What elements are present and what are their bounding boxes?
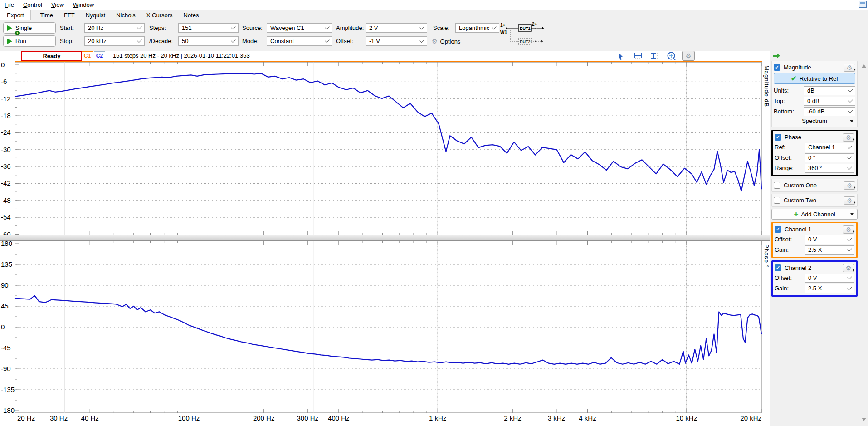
chevron-down-icon (137, 38, 142, 43)
offset-value: -1 V (369, 38, 380, 44)
zoom-icon[interactable] (666, 51, 676, 60)
custom-two-gear-button[interactable]: ⚙ (844, 196, 855, 205)
scale-select[interactable]: Logarithmic (455, 23, 499, 33)
top-label: Top: (774, 98, 804, 104)
steps-select[interactable]: 151 (178, 23, 239, 33)
range-label: Range: (775, 165, 805, 171)
caret-down-icon (850, 213, 854, 215)
channel2-offset-label: Offset: (775, 274, 805, 281)
amplitude-label: Amplitude: (336, 24, 364, 31)
toolbar-export[interactable]: Export (0, 10, 31, 20)
units-select[interactable]: dB (804, 86, 855, 95)
toolbar-nyquist[interactable]: Nyquist (80, 10, 111, 20)
top-value: 0 dB (807, 98, 819, 104)
bode-plot[interactable]: 0-6-12-18-24-30-36-42-48-54-601801359045… (0, 62, 770, 426)
mode-select[interactable]: Constant (267, 36, 332, 46)
collapse-panel-arrow-icon[interactable] (772, 52, 868, 60)
relative-to-ref-button[interactable]: ✔ Relative to Ref (774, 73, 855, 84)
x-axis-label: 4 kHz (579, 414, 596, 422)
channel2-group-title: Channel 2 (785, 264, 839, 271)
spectrum-expander[interactable]: Spectrum (774, 117, 855, 125)
channel2-gain-select[interactable]: 2.5 X (805, 284, 854, 293)
toolbar-nichols[interactable]: Nichols (111, 10, 141, 20)
x-axis-label: 10 kHz (676, 414, 697, 422)
channel2-gear-button[interactable]: ⚙ (843, 264, 854, 272)
plot-settings-button[interactable]: ⚙ (682, 51, 695, 61)
toolbar-notes[interactable]: Notes (178, 10, 205, 20)
ref-select[interactable]: Channel 1 (805, 143, 854, 152)
menu-window[interactable]: Window (68, 0, 98, 9)
chevron-down-icon (847, 165, 852, 170)
options-dropdown[interactable]: ⚙ Options (432, 36, 500, 46)
toolbar-fft[interactable]: FFT (59, 10, 80, 20)
custom-one-checkbox[interactable] (774, 182, 780, 189)
channel1-tab[interactable]: C1 (82, 51, 93, 59)
bottom-select[interactable]: -60 dB (804, 107, 855, 116)
custom-two-checkbox[interactable] (774, 197, 780, 204)
status-bar: Ready C1 C2 151 steps 20 Hz - 20 kHz | 2… (0, 51, 770, 61)
top-select[interactable]: 0 dB (804, 97, 855, 106)
vertical-cursors-icon[interactable] (649, 51, 660, 60)
scroll-up-icon[interactable] (862, 64, 866, 68)
scroll-down-icon[interactable] (862, 418, 866, 421)
channel2-offset-select[interactable]: 0 V (805, 274, 854, 283)
steps-label: Steps: (149, 24, 166, 31)
magnitude-checkbox[interactable]: ✓ (774, 64, 780, 71)
channel2-checkbox[interactable]: ✓ (775, 264, 781, 271)
stop-select[interactable]: 20 kHz (84, 36, 145, 46)
toolbar-x-cursors[interactable]: X Cursors (141, 10, 178, 20)
status-badge: Ready (21, 51, 82, 61)
magnitude-gear-button[interactable]: ⚙ (844, 64, 855, 72)
relative-to-ref-label: Relative to Ref (800, 75, 838, 82)
channel2-tab[interactable]: C2 (94, 51, 105, 59)
cursor-pointer-icon[interactable] (617, 51, 627, 60)
menu-view[interactable]: View (47, 0, 68, 9)
plot-splitter-handle[interactable] (0, 235, 770, 241)
stop-label: Stop: (60, 38, 73, 44)
phase-checkbox[interactable]: ✓ (775, 134, 781, 141)
decade-select[interactable]: 50 (178, 36, 239, 46)
channel1-gain-select[interactable]: 2.5 X (805, 245, 854, 255)
toolbar-time[interactable]: Time (35, 10, 59, 20)
phase-y-axis-label: 45 (1, 302, 9, 310)
amplitude-select[interactable]: 2 V (366, 23, 427, 33)
channel1-gear-button[interactable]: ⚙ (843, 225, 854, 234)
phase-offset-select[interactable]: 0 ° (805, 153, 854, 162)
chevron-down-icon (231, 38, 236, 43)
run-button-label: Run (15, 38, 26, 44)
amplitude-value: 2 V (369, 24, 378, 31)
phase-y-axis-label: 90 (1, 281, 9, 289)
offset-select[interactable]: -1 V (366, 36, 427, 46)
single-button[interactable]: 1 Single (3, 22, 56, 34)
x-axis-label: 20 kHz (740, 414, 761, 422)
channel1-offset-select[interactable]: 0 V (805, 235, 854, 244)
window-restore-icon[interactable] (859, 1, 867, 8)
horizontal-cursors-icon[interactable] (633, 51, 644, 60)
custom-one-label: Custom One (784, 182, 840, 189)
add-channel-button[interactable]: + Add Channel (771, 209, 858, 220)
start-select[interactable]: 20 Hz (84, 23, 145, 33)
channel2-group: ✓ Channel 2 ⚙ Offset: 0 V Gain: 2.5 X (771, 260, 858, 297)
range-select[interactable]: 360 ° (805, 164, 854, 173)
source-select[interactable]: Wavegen C1 (267, 23, 332, 33)
phase-offset-label: Offset: (775, 154, 805, 161)
magnitude-y-axis-label: -18 (1, 112, 11, 119)
custom-two-label: Custom Two (784, 197, 840, 204)
phase-gear-button[interactable]: ⚙ (843, 133, 854, 142)
chevron-down-icon (847, 155, 852, 160)
x-axis-label: 200 Hz (253, 414, 275, 422)
magnitude-axis-label: Magnitude dB (763, 65, 770, 107)
decade-value: 50 (182, 38, 188, 44)
toolbar: ExportTimeFFTNyquistNicholsX CursorsNote… (0, 10, 868, 21)
dut2-label: DUT2 (520, 39, 531, 44)
custom-one-row: Custom One ⚙ (771, 179, 858, 192)
x-axis-label: 400 Hz (328, 414, 350, 422)
run-button[interactable]: Run (3, 35, 56, 47)
channel1-checkbox[interactable]: ✓ (775, 226, 781, 233)
menubar: FileControlViewWindow (0, 0, 868, 10)
sidebar-scrollbar[interactable] (861, 64, 867, 422)
menu-control[interactable]: Control (19, 0, 47, 9)
custom-one-gear-button[interactable]: ⚙ (844, 181, 855, 190)
x-axis-label: 3 kHz (548, 414, 565, 422)
menu-file[interactable]: File (0, 0, 19, 9)
